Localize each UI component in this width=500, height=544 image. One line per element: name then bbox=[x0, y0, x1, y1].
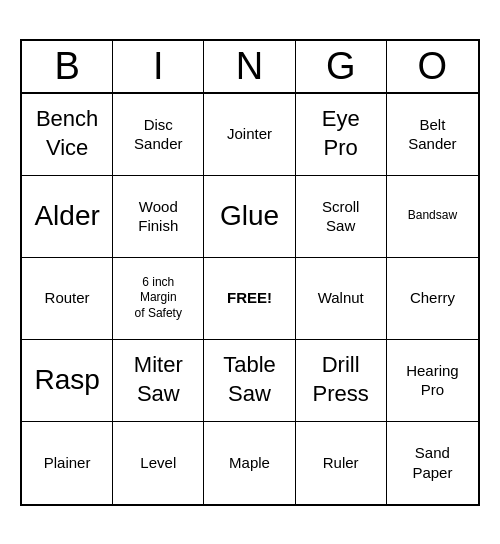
cell-text-9: Bandsaw bbox=[408, 208, 457, 224]
bingo-cell-20: Plainer bbox=[22, 422, 113, 504]
cell-text-1: DiscSander bbox=[134, 115, 182, 154]
cell-text-13: Walnut bbox=[318, 288, 364, 308]
cell-text-21: Level bbox=[140, 453, 176, 473]
cell-text-20: Plainer bbox=[44, 453, 91, 473]
bingo-header: BINGO bbox=[22, 41, 478, 94]
cell-text-4: BeltSander bbox=[408, 115, 456, 154]
bingo-cell-3: EyePro bbox=[296, 94, 387, 176]
bingo-cell-15: Rasp bbox=[22, 340, 113, 422]
cell-text-3: EyePro bbox=[322, 105, 360, 162]
cell-text-5: Alder bbox=[34, 198, 99, 234]
bingo-cell-0: BenchVice bbox=[22, 94, 113, 176]
cell-text-7: Glue bbox=[220, 198, 279, 234]
bingo-cell-19: HearingPro bbox=[387, 340, 478, 422]
cell-text-8: ScrollSaw bbox=[322, 197, 360, 236]
cell-text-6: WoodFinish bbox=[138, 197, 178, 236]
bingo-cell-23: Ruler bbox=[296, 422, 387, 504]
bingo-cell-10: Router bbox=[22, 258, 113, 340]
cell-text-0: BenchVice bbox=[36, 105, 98, 162]
bingo-cell-13: Walnut bbox=[296, 258, 387, 340]
bingo-cell-9: Bandsaw bbox=[387, 176, 478, 258]
cell-text-19: HearingPro bbox=[406, 361, 459, 400]
header-letter-o: O bbox=[387, 41, 478, 92]
bingo-cell-11: 6 inchMarginof Safety bbox=[113, 258, 204, 340]
cell-text-11: 6 inchMarginof Safety bbox=[135, 275, 182, 322]
bingo-cell-12: FREE! bbox=[204, 258, 295, 340]
bingo-card: BINGO BenchViceDiscSanderJointerEyeProBe… bbox=[20, 39, 480, 506]
bingo-cell-14: Cherry bbox=[387, 258, 478, 340]
bingo-cell-6: WoodFinish bbox=[113, 176, 204, 258]
header-letter-g: G bbox=[296, 41, 387, 92]
header-letter-b: B bbox=[22, 41, 113, 92]
bingo-cell-18: DrillPress bbox=[296, 340, 387, 422]
cell-text-22: Maple bbox=[229, 453, 270, 473]
cell-text-17: TableSaw bbox=[223, 351, 276, 408]
bingo-cell-7: Glue bbox=[204, 176, 295, 258]
bingo-grid: BenchViceDiscSanderJointerEyeProBeltSand… bbox=[22, 94, 478, 504]
bingo-cell-16: MiterSaw bbox=[113, 340, 204, 422]
cell-text-23: Ruler bbox=[323, 453, 359, 473]
header-letter-i: I bbox=[113, 41, 204, 92]
cell-text-15: Rasp bbox=[34, 362, 99, 398]
cell-text-24: SandPaper bbox=[412, 443, 452, 482]
bingo-cell-5: Alder bbox=[22, 176, 113, 258]
bingo-cell-24: SandPaper bbox=[387, 422, 478, 504]
header-letter-n: N bbox=[204, 41, 295, 92]
cell-text-16: MiterSaw bbox=[134, 351, 183, 408]
cell-text-18: DrillPress bbox=[313, 351, 369, 408]
cell-text-10: Router bbox=[45, 288, 90, 308]
bingo-cell-2: Jointer bbox=[204, 94, 295, 176]
bingo-cell-21: Level bbox=[113, 422, 204, 504]
cell-text-2: Jointer bbox=[227, 124, 272, 144]
cell-text-12: FREE! bbox=[227, 288, 272, 308]
bingo-cell-4: BeltSander bbox=[387, 94, 478, 176]
cell-text-14: Cherry bbox=[410, 288, 455, 308]
bingo-cell-8: ScrollSaw bbox=[296, 176, 387, 258]
bingo-cell-17: TableSaw bbox=[204, 340, 295, 422]
bingo-cell-1: DiscSander bbox=[113, 94, 204, 176]
bingo-cell-22: Maple bbox=[204, 422, 295, 504]
